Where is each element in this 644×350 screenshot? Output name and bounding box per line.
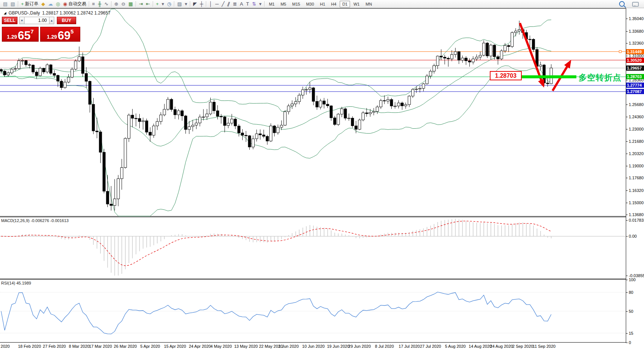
price-tick-label: 80 bbox=[629, 290, 633, 295]
price-axis[interactable]: 1.350401.336801.323601.310001.283601.256… bbox=[626, 8, 644, 350]
timeframe-h1[interactable]: H1 bbox=[317, 1, 328, 7]
axis-tick-mark bbox=[626, 80, 628, 80]
one-click-trading-panel: SELL ▼ ▲ BUY 1.29 65 7 1.29 69 5 bbox=[2, 17, 81, 42]
timeframe-m1[interactable]: M1 bbox=[266, 1, 277, 7]
volume-decrease-button[interactable]: ▼ bbox=[19, 17, 25, 24]
chat-icon[interactable] bbox=[631, 0, 640, 7]
price-tick-label: 1.21680 bbox=[629, 139, 644, 144]
autotrading-button[interactable]: ◉自动交易 bbox=[62, 0, 88, 7]
indicators-add-icon[interactable]: + bbox=[155, 0, 161, 7]
toolbar-separator bbox=[153, 1, 153, 7]
price-tick-label: 1.13680 bbox=[629, 212, 644, 217]
axis-tick-mark bbox=[626, 141, 628, 142]
volume-increase-button[interactable]: ▲ bbox=[49, 17, 54, 24]
buy-price-main: 69 bbox=[58, 30, 70, 41]
toolbar-separator bbox=[174, 1, 175, 7]
price-badge: 1.30520 bbox=[626, 58, 644, 63]
chart-shift-icon[interactable]: ⇤ bbox=[145, 0, 152, 7]
toolbar-right-icons bbox=[615, 0, 643, 8]
vertical-line-icon[interactable]: │ bbox=[208, 0, 214, 7]
axis-tick-mark bbox=[626, 292, 628, 293]
sell-price-box[interactable]: 1.29 65 7 bbox=[2, 27, 39, 42]
metaeditor-icon[interactable]: ◆ bbox=[40, 0, 46, 7]
price-badge: 1.28703 bbox=[626, 74, 644, 79]
sell-price-main: 65 bbox=[18, 30, 30, 41]
price-tick-label: 100 bbox=[629, 277, 635, 282]
price-chart[interactable] bbox=[0, 8, 626, 350]
price-tick-label: 1.32360 bbox=[629, 41, 644, 46]
price-tick-label: 1.19000 bbox=[629, 164, 644, 168]
search-icon[interactable] bbox=[618, 0, 626, 7]
volume-input[interactable] bbox=[25, 17, 49, 24]
buy-price-prefix: 1.29 bbox=[47, 34, 57, 40]
price-tick-label: 0.00 bbox=[629, 234, 637, 239]
auto-scroll-icon[interactable]: ⇥ bbox=[137, 0, 145, 7]
timeframe-mn[interactable]: MN bbox=[363, 1, 375, 7]
axis-tick-mark bbox=[626, 166, 628, 166]
date-label: Feb 2020 bbox=[0, 344, 16, 349]
text-label-icon[interactable]: T bbox=[245, 0, 250, 7]
trendline-icon[interactable]: ╱ bbox=[220, 0, 226, 7]
price-tick-label: 1.16320 bbox=[629, 188, 644, 193]
horizontal-line-icon[interactable]: ─ bbox=[214, 0, 220, 7]
chart-profile-icon[interactable]: ▧ bbox=[9, 0, 16, 7]
fibonacci-icon[interactable]: ≣ bbox=[232, 0, 239, 7]
templates-icon[interactable]: ▨ bbox=[176, 0, 183, 7]
time-axis[interactable]: Feb 202018 Feb 202027 Feb 20208 Mar 2020… bbox=[0, 343, 626, 350]
community-icon[interactable]: ☁ bbox=[46, 0, 54, 7]
line-chart-icon[interactable]: ∿ bbox=[103, 0, 110, 7]
charts-window-icon[interactable]: ▤ bbox=[1, 0, 9, 7]
timeframe-d1[interactable]: D1 bbox=[340, 1, 350, 7]
arrows-icon[interactable]: ⇅ bbox=[250, 0, 258, 7]
crosshair-icon[interactable]: ┼ bbox=[198, 0, 205, 7]
toolbar-separator bbox=[136, 1, 136, 7]
toolbar-separator bbox=[18, 1, 19, 7]
axis-tick-mark bbox=[626, 31, 628, 32]
chart-ohlc-values: 1.28817 1.30062 1.28742 1.29657 bbox=[42, 10, 111, 16]
timeframe-m5[interactable]: M5 bbox=[278, 1, 289, 7]
indicators-dropdown-icon[interactable]: ▾ bbox=[160, 0, 166, 7]
chart-canvas[interactable]: ◢ GBPUSD-,Daily 1.28817 1.30062 1.28742 … bbox=[0, 8, 626, 350]
templates-dropdown-icon[interactable]: ▾ bbox=[183, 0, 189, 7]
candlestick-chart-icon[interactable]: ╫ bbox=[96, 0, 103, 7]
buy-button[interactable]: BUY bbox=[57, 17, 76, 24]
symbol-icon: ◢ bbox=[4, 11, 6, 15]
axis-tick-mark bbox=[626, 154, 628, 154]
support-price-callout[interactable]: 1.28703 bbox=[490, 71, 522, 80]
turning-point-annotation[interactable]: 多空转折点 bbox=[579, 72, 621, 83]
axis-tick-mark bbox=[626, 215, 628, 215]
toolbar-separator bbox=[264, 1, 265, 7]
axis-tick-mark bbox=[626, 280, 628, 280]
buy-price-pip: 5 bbox=[71, 28, 74, 35]
cursor-icon[interactable]: ◤ bbox=[192, 0, 198, 7]
axis-tick-mark bbox=[626, 43, 628, 44]
zoom-out-icon[interactable]: ⊖ bbox=[120, 0, 127, 7]
timeframe-m30[interactable]: M30 bbox=[304, 1, 317, 7]
price-badge: 1.31449 bbox=[626, 49, 644, 54]
timeframe-w1[interactable]: W1 bbox=[351, 1, 362, 7]
chart-title: ◢ GBPUSD-,Daily 1.28817 1.30062 1.28742 … bbox=[4, 10, 110, 16]
equidistant-channel-icon[interactable]: ∥ bbox=[226, 0, 232, 7]
axis-tick-mark bbox=[626, 129, 628, 129]
axis-tick-mark bbox=[626, 117, 628, 117]
buy-price-box[interactable]: 1.29 69 5 bbox=[40, 27, 80, 42]
zoom-in-icon[interactable]: ⊕ bbox=[113, 0, 120, 7]
axis-tick-mark bbox=[626, 333, 628, 334]
new-order-button[interactable]: +新订单 bbox=[20, 0, 40, 7]
sell-button[interactable]: SELL bbox=[2, 17, 17, 24]
chat-icon bbox=[632, 2, 639, 7]
objects-dropdown-icon[interactable]: ▾ bbox=[258, 0, 263, 7]
price-tick-label: 1.24360 bbox=[629, 115, 644, 119]
bar-chart-icon[interactable]: ≡ bbox=[91, 0, 97, 7]
timeframe-m15[interactable]: M15 bbox=[289, 1, 302, 7]
axis-tick-mark bbox=[626, 178, 628, 178]
axis-tick-mark bbox=[626, 343, 628, 343]
sell-price-prefix: 1.29 bbox=[7, 34, 17, 40]
text-icon[interactable]: A bbox=[239, 0, 245, 7]
tile-windows-icon[interactable]: ▦ bbox=[127, 0, 134, 7]
timeframe-h4[interactable]: H4 bbox=[329, 1, 339, 7]
axis-tick-mark bbox=[626, 19, 628, 19]
periods-icon[interactable]: ◷ bbox=[166, 0, 173, 7]
price-badge: 1.29657 bbox=[626, 65, 644, 71]
signals-icon[interactable]: ◎ bbox=[54, 0, 61, 7]
